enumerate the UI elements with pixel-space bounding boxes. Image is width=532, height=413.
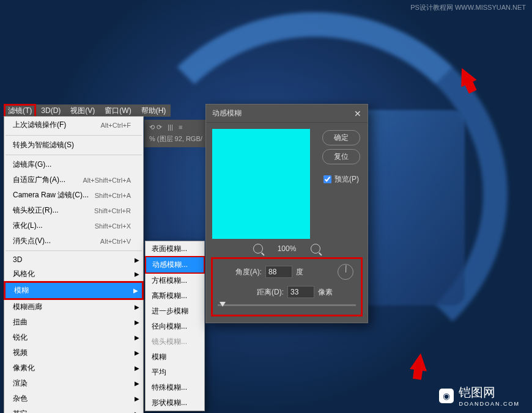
submenu-shape-blur[interactable]: 形状模糊... [146, 395, 204, 411]
logo-icon: ◉ [439, 389, 454, 403]
submenu-blur-more[interactable]: 进一步模糊 [146, 304, 204, 319]
distance-slider[interactable] [218, 304, 356, 306]
dialog-titlebar[interactable]: 动感模糊 ✕ [206, 104, 368, 123]
submenu-blur[interactable]: 模糊 [146, 349, 204, 365]
menu-item-pixelate[interactable]: 像素化▶ [4, 360, 143, 376]
menu-item-other[interactable]: 其它▶ [4, 406, 143, 413]
menu-item-render[interactable]: 渲染▶ [4, 376, 143, 391]
preview-checkbox[interactable]: 预览(P) [322, 174, 360, 185]
distance-unit: 像素 [318, 287, 333, 298]
distance-label: 距离(D): [216, 287, 284, 298]
menu-item-video[interactable]: 视频▶ [4, 345, 143, 360]
menu-3d[interactable]: 3D(D) [36, 104, 65, 117]
menu-item-3d[interactable]: 3D▶ [4, 253, 143, 266]
menu-item-blur-gallery[interactable]: 模糊画廊▶ [4, 299, 143, 315]
submenu-average[interactable]: 平均 [146, 365, 204, 380]
menu-item-distort[interactable]: 扭曲▶ [4, 315, 143, 330]
ok-button[interactable]: 确定 [322, 130, 360, 145]
menu-item-noise[interactable]: 杂色▶ [4, 391, 143, 406]
menu-item-filter-gallery[interactable]: 滤镜库(G)... [4, 157, 143, 172]
menu-item-stylize[interactable]: 风格化▶ [4, 266, 143, 282]
angle-unit: 度 [296, 267, 303, 277]
submenu-surface-blur[interactable]: 表面模糊... [146, 241, 204, 257]
menu-item-lens-correction[interactable]: 镜头校正(R)...Shift+Ctrl+R [4, 203, 143, 218]
watermark-bottom: ◉ 铠图网 DOANDOAN.COM [439, 384, 520, 407]
close-icon[interactable]: ✕ [354, 109, 361, 119]
submenu-radial-blur[interactable]: 径向模糊... [146, 319, 204, 334]
submenu-motion-blur[interactable]: 动感模糊... [145, 256, 205, 274]
zoom-out-icon[interactable] [253, 244, 263, 254]
menu-item-liquify[interactable]: 液化(L)...Shift+Ctrl+X [4, 218, 143, 233]
zoom-level: 100% [278, 244, 297, 253]
blur-submenu: 表面模糊... 动感模糊... 方框模糊... 高斯模糊... 进一步模糊 径向… [145, 241, 205, 411]
reset-button[interactable]: 复位 [322, 149, 360, 164]
annotation-arrow [410, 352, 429, 371]
submenu-smart-blur[interactable]: 特殊模糊... [146, 380, 204, 395]
parameter-block: 角度(A): 度 距离(D): 像素 [211, 257, 363, 316]
submenu-gaussian-blur[interactable]: 高斯模糊... [146, 288, 204, 304]
menu-item-camera-raw[interactable]: Camera Raw 滤镜(C)...Shift+Ctrl+A [4, 188, 143, 203]
options-bar-fragment: ⟲ ⟳ ||| ≡ % (图层 92, RGB/ [144, 120, 207, 147]
zoom-in-icon[interactable] [311, 244, 320, 254]
slider-handle[interactable] [220, 302, 226, 307]
menu-item-blur[interactable]: 模糊▶ [4, 281, 144, 300]
angle-input[interactable] [265, 266, 292, 278]
motion-blur-dialog: 动感模糊 ✕ 确定 复位 预览(P) 100% 角度(A): 度 距 [205, 104, 368, 323]
menu-item-sharpen[interactable]: 锐化▶ [4, 330, 143, 345]
distance-input[interactable] [287, 286, 314, 298]
menubar: 滤镜(T) 3D(D) 视图(V) 窗口(W) 帮助(H) [4, 104, 171, 117]
submenu-lens-blur[interactable]: 镜头模糊... [146, 334, 204, 349]
preview-area[interactable] [212, 129, 310, 239]
menu-item-vanishing-point[interactable]: 消失点(V)...Alt+Ctrl+V [4, 233, 143, 249]
watermark-top: PS设计教程网 WWW.MISSYUAN.NET [410, 3, 526, 12]
angle-label: 角度(A): [216, 267, 262, 277]
menu-item-adaptive-wide[interactable]: 自适应广角(A)...Alt+Shift+Ctrl+A [4, 172, 143, 188]
angle-dial[interactable] [338, 264, 353, 280]
menu-item-smart-filter[interactable]: 转换为智能滤镜(S) [4, 137, 143, 153]
filter-menu: 上次滤镜操作(F)Alt+Ctrl+F 转换为智能滤镜(S) 滤镜库(G)...… [4, 116, 144, 413]
menu-item-last-filter[interactable]: 上次滤镜操作(F)Alt+Ctrl+F [4, 117, 143, 133]
submenu-box-blur[interactable]: 方框模糊... [146, 273, 204, 288]
dialog-title-text: 动感模糊 [212, 108, 242, 119]
